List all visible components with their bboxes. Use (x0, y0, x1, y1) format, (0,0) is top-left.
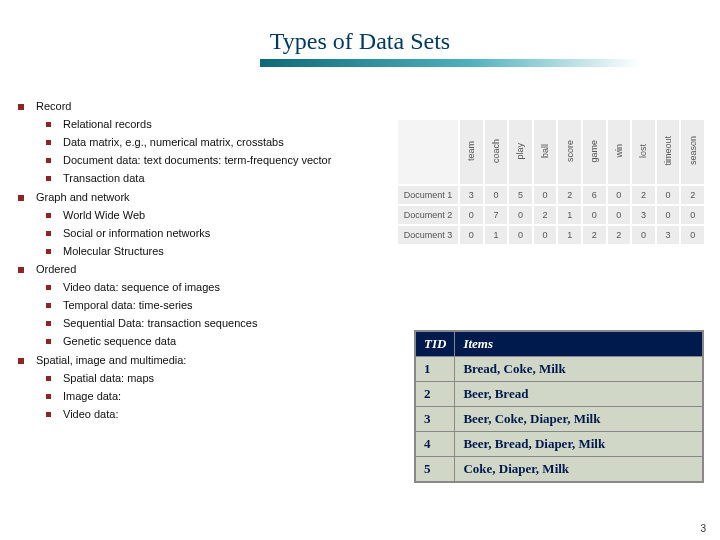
cell: 2 (415, 382, 455, 407)
page-number: 3 (700, 523, 706, 534)
outline-label: Record (36, 99, 398, 115)
row-header: Document 3 (397, 225, 459, 245)
row-header: Document 2 (397, 205, 459, 225)
bullet-icon (46, 140, 51, 145)
bullet-icon (46, 376, 51, 381)
outline-label: Spatial, image and multimedia: (36, 353, 398, 369)
cell: 0 (533, 185, 558, 205)
col-header: score (557, 119, 582, 185)
table-header-row: TID Items (415, 331, 703, 357)
table-row: 5Coke, Diaper, Milk (415, 457, 703, 483)
cell: 0 (631, 225, 656, 245)
outline-sublabel: Document data: text documents: term-freq… (63, 153, 398, 169)
outline-sublabel: Video data: (63, 407, 398, 423)
bullet-icon (18, 358, 24, 364)
bullet-icon (46, 249, 51, 254)
list-item: Genetic sequence data (46, 334, 398, 350)
cell: 2 (631, 185, 656, 205)
cell: 4 (415, 432, 455, 457)
cell: 0 (459, 225, 484, 245)
cell: Beer, Coke, Diaper, Milk (455, 407, 703, 432)
cell: Beer, Bread (455, 382, 703, 407)
outline-label: Graph and network (36, 190, 398, 206)
table-row: 4Beer, Bread, Diaper, Milk (415, 432, 703, 457)
list-item: Video data: (46, 407, 398, 423)
cell: 0 (656, 185, 681, 205)
table-row: 1Bread, Coke, Milk (415, 357, 703, 382)
table-header-row: team coach play ball score game win lost… (397, 119, 705, 185)
bullet-icon (18, 104, 24, 110)
bullet-icon (46, 285, 51, 290)
outline-record: Record (18, 99, 398, 115)
list-item: Relational records (46, 117, 398, 133)
bullet-icon (18, 195, 24, 201)
outline-sublabel: Data matrix, e.g., numerical matrix, cro… (63, 135, 398, 151)
bullet-icon (18, 267, 24, 273)
cell: 3 (656, 225, 681, 245)
cell: 2 (607, 225, 632, 245)
cell: 2 (582, 225, 607, 245)
cell: 7 (484, 205, 509, 225)
bullet-icon (46, 122, 51, 127)
bullet-icon (46, 412, 51, 417)
table-row: 2Beer, Bread (415, 382, 703, 407)
bullet-icon (46, 394, 51, 399)
col-header: timeout (656, 119, 681, 185)
cell: 1 (484, 225, 509, 245)
col-header: win (607, 119, 632, 185)
table-row: Document 3 0 1 0 0 1 2 2 0 3 0 (397, 225, 705, 245)
cell: 0 (459, 205, 484, 225)
cell: 0 (484, 185, 509, 205)
cell: 0 (656, 205, 681, 225)
outline-sublabel: World Wide Web (63, 208, 398, 224)
cell: 6 (582, 185, 607, 205)
cell: 0 (508, 225, 533, 245)
col-header-items: Items (455, 331, 703, 357)
col-header: play (508, 119, 533, 185)
outline-sublabel: Image data: (63, 389, 398, 405)
col-header: team (459, 119, 484, 185)
outline-sublabel: Genetic sequence data (63, 334, 398, 350)
list-item: Sequential Data: transaction sequences (46, 316, 398, 332)
list-item: Temporal data: time-series (46, 298, 398, 314)
list-item: Transaction data (46, 171, 398, 187)
cell: 5 (508, 185, 533, 205)
list-item: World Wide Web (46, 208, 398, 224)
col-header: season (680, 119, 705, 185)
cell: 0 (508, 205, 533, 225)
cell: 1 (557, 225, 582, 245)
outline-label: Ordered (36, 262, 398, 278)
bullet-icon (46, 231, 51, 236)
cell: 5 (415, 457, 455, 483)
bullet-icon (46, 303, 51, 308)
list-item: Molecular Structures (46, 244, 398, 260)
bullet-icon (46, 176, 51, 181)
row-header: Document 1 (397, 185, 459, 205)
transaction-table: TID Items 1Bread, Coke, Milk 2Beer, Brea… (414, 330, 704, 483)
cell: 0 (582, 205, 607, 225)
outline-ordered: Ordered (18, 262, 398, 278)
outline-graph: Graph and network (18, 190, 398, 206)
list-item: Image data: (46, 389, 398, 405)
outline-sublabel: Spatial data: maps (63, 371, 398, 387)
bullet-icon (46, 158, 51, 163)
outline: Record Relational records Data matrix, e… (18, 96, 398, 423)
cell: 1 (557, 205, 582, 225)
bullet-icon (46, 213, 51, 218)
cell: 2 (557, 185, 582, 205)
bullet-icon (46, 321, 51, 326)
table-corner (397, 119, 459, 185)
col-header: lost (631, 119, 656, 185)
list-item: Data matrix, e.g., numerical matrix, cro… (46, 135, 398, 151)
cell: 0 (607, 185, 632, 205)
page-title: Types of Data Sets (0, 0, 720, 59)
bullet-icon (46, 339, 51, 344)
cell: 0 (533, 225, 558, 245)
table-row: 3Beer, Coke, Diaper, Milk (415, 407, 703, 432)
col-header: coach (484, 119, 509, 185)
outline-sublabel: Transaction data (63, 171, 398, 187)
outline-sublabel: Molecular Structures (63, 244, 398, 260)
list-item: Spatial data: maps (46, 371, 398, 387)
table-row: Document 2 0 7 0 2 1 0 0 3 0 0 (397, 205, 705, 225)
outline-sublabel: Temporal data: time-series (63, 298, 398, 314)
